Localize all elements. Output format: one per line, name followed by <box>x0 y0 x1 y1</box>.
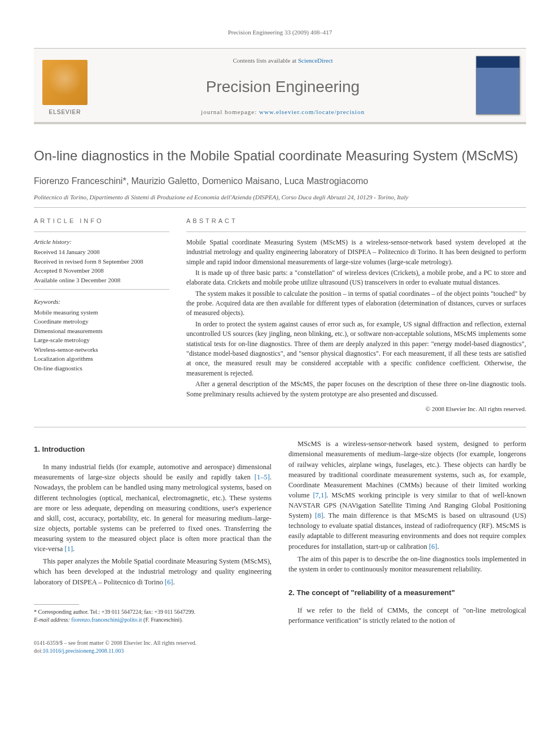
divider <box>186 231 526 232</box>
publisher-label: ELSEVIER <box>49 108 81 116</box>
email-link[interactable]: fiorenzo.franceschini@polito.it <box>71 617 142 623</box>
divider <box>34 427 526 427</box>
doi-link[interactable]: 10.1016/j.precisioneng.2008.11.003 <box>43 648 124 654</box>
abstract-paragraph: After a general description of the MScMS… <box>186 379 526 399</box>
article-title: On-line diagnostics in the Mobile Spatia… <box>34 147 526 164</box>
citation-link[interactable]: [7,1] <box>313 491 326 499</box>
citation-link[interactable]: [6] <box>165 578 173 586</box>
copyright-line: © 2008 Elsevier Inc. All rights reserved… <box>186 405 526 413</box>
affiliation: Politecnico di Torino, Dipartimento di S… <box>34 193 526 202</box>
keyword: Coordinate metrology <box>34 317 169 326</box>
text-run: doi: <box>34 648 43 654</box>
homepage-line: journal homepage: www.elsevier.com/locat… <box>102 108 464 116</box>
body-paragraph: This paper analyzes the Mobile Spatial c… <box>34 556 272 587</box>
cover-thumb-block <box>470 49 526 122</box>
citation-link[interactable]: [1–5] <box>255 473 270 481</box>
footnote-line: * Corresponding author. Tel.: +39 011 56… <box>34 608 272 616</box>
author-list: Fiorenzo Franceschini*, Maurizio Galetto… <box>34 175 526 187</box>
front-matter-line: 0141-6359/$ – see front matter © 2008 El… <box>34 639 526 647</box>
body-text: 1. Introduction In many industrial field… <box>34 439 526 626</box>
text-run: E-mail address: <box>34 617 71 623</box>
text-run: MScMS is a wireless-sensor-network based… <box>288 440 526 499</box>
body-paragraph: MScMS is a wireless-sensor-network based… <box>288 439 526 551</box>
text-run: In many industrial fields (for example, … <box>34 463 272 481</box>
citation-link[interactable]: [8] <box>315 512 323 519</box>
divider <box>34 231 169 232</box>
masthead-center: Contents lists available at ScienceDirec… <box>96 49 470 122</box>
text-run: . <box>173 578 174 586</box>
contents-prefix: Contents lists available at <box>233 57 298 64</box>
corresponding-author-footnote: * Corresponding author. Tel.: +39 011 56… <box>34 608 272 624</box>
history-line: Accepted 8 November 2008 <box>34 266 169 276</box>
journal-masthead: ELSEVIER Contents lists available at Sci… <box>34 48 526 124</box>
text-run: . <box>437 543 439 551</box>
running-head: Precision Engineering 33 (2009) 408–417 <box>34 28 526 37</box>
keyword: Mobile measuring system <box>34 308 169 317</box>
publisher-block: ELSEVIER <box>34 49 96 122</box>
homepage-link[interactable]: www.elsevier.com/locate/precision <box>259 108 365 115</box>
abstract-paragraph: In order to protect the system against c… <box>186 320 526 378</box>
journal-cover-icon <box>476 56 520 115</box>
history-line: Received in revised form 8 September 200… <box>34 257 169 267</box>
text-run: This paper analyzes the Mobile Spatial c… <box>34 557 272 586</box>
abstract-paragraph: It is made up of three basic parts: a "c… <box>186 268 526 288</box>
keyword: Large-scale metrology <box>34 335 169 345</box>
keyword: Localization algorithms <box>34 354 169 364</box>
abstract-paragraph: The system makes it possible to calculat… <box>186 289 526 318</box>
text-run: . <box>73 545 75 553</box>
body-paragraph: If we refer to the field of CMMs, the co… <box>288 605 526 626</box>
footnote-divider <box>34 604 79 605</box>
article-info-column: article info Article history: Received 1… <box>34 217 169 413</box>
keywords-label: Keywords: <box>34 298 169 306</box>
keyword: Dimensional measurements <box>34 326 169 336</box>
abstract-label: abstract <box>186 217 526 225</box>
homepage-prefix: journal homepage: <box>201 108 259 115</box>
history-line: Received 14 January 2008 <box>34 247 169 257</box>
contents-line: Contents lists available at ScienceDirec… <box>102 56 464 65</box>
article-info-label: article info <box>34 217 169 225</box>
journal-name: Precision Engineering <box>102 76 464 98</box>
text-run: . Nowadays, the problem can be handled u… <box>34 473 272 553</box>
text-run: (F. Franceschini). <box>142 617 183 623</box>
history-label: Article history: <box>34 238 169 246</box>
abstract-column: abstract Mobile Spatial coordinate Measu… <box>186 217 526 413</box>
front-matter-meta: 0141-6359/$ – see front matter © 2008 El… <box>34 639 526 655</box>
divider <box>34 289 169 290</box>
text-run: . The main difference is that MScMS is b… <box>288 512 526 550</box>
citation-link[interactable]: [1] <box>64 545 73 553</box>
section-heading: 1. Introduction <box>34 444 272 455</box>
keyword: Wireless-sensor-networks <box>34 345 169 355</box>
history-line: Available online 3 December 2008 <box>34 276 169 285</box>
doi-line: doi:10.1016/j.precisioneng.2008.11.003 <box>34 647 526 655</box>
citation-link[interactable]: [6] <box>429 543 438 551</box>
keyword: On-line diagnostics <box>34 364 169 373</box>
footnote-line: E-mail address: fiorenzo.franceschini@po… <box>34 616 272 624</box>
section-heading: 2. The concept of "reliability of a meas… <box>288 588 526 599</box>
sciencedirect-link[interactable]: ScienceDirect <box>298 57 333 64</box>
body-paragraph: The aim of this paper is to describe the… <box>288 554 526 574</box>
divider <box>34 207 526 208</box>
abstract-paragraph: Mobile Spatial coordinate Measuring Syst… <box>186 238 526 267</box>
body-paragraph: In many industrial fields (for example, … <box>34 462 272 554</box>
elsevier-logo-icon <box>42 60 88 105</box>
